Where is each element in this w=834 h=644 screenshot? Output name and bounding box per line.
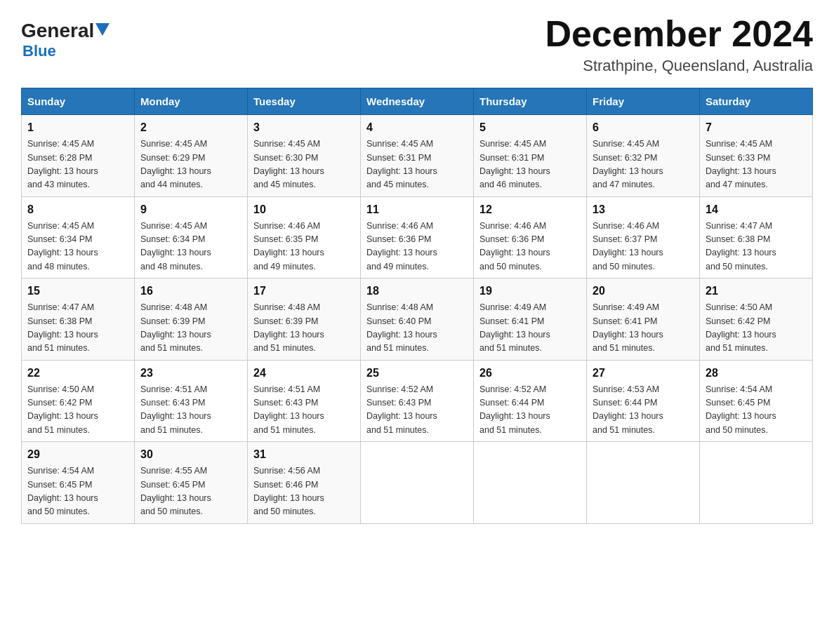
calendar-week-row: 22Sunrise: 4:50 AMSunset: 6:42 PMDayligh… [22, 360, 813, 442]
day-number: 28 [706, 365, 807, 382]
calendar-cell: 6Sunrise: 4:45 AMSunset: 6:32 PMDaylight… [587, 115, 700, 197]
day-number: 10 [253, 201, 355, 218]
day-number: 24 [253, 365, 355, 382]
calendar-week-row: 29Sunrise: 4:54 AMSunset: 6:45 PMDayligh… [22, 442, 813, 524]
day-number: 17 [253, 283, 355, 300]
day-info: Sunrise: 4:45 AMSunset: 6:31 PMDaylight:… [366, 137, 468, 192]
calendar-cell: 11Sunrise: 4:46 AMSunset: 6:36 PMDayligh… [361, 196, 474, 279]
day-number: 22 [27, 365, 128, 382]
day-number: 23 [140, 365, 241, 382]
calendar-cell: 26Sunrise: 4:52 AMSunset: 6:44 PMDayligh… [474, 360, 587, 442]
calendar-cell: 18Sunrise: 4:48 AMSunset: 6:40 PMDayligh… [361, 279, 474, 361]
day-info: Sunrise: 4:50 AMSunset: 6:42 PMDaylight:… [27, 383, 128, 438]
day-number: 2 [140, 119, 241, 136]
calendar-cell: 1Sunrise: 4:45 AMSunset: 6:28 PMDaylight… [22, 115, 135, 197]
day-info: Sunrise: 4:45 AMSunset: 6:32 PMDaylight:… [593, 137, 694, 192]
calendar-cell: 13Sunrise: 4:46 AMSunset: 6:37 PMDayligh… [587, 196, 700, 279]
day-info: Sunrise: 4:52 AMSunset: 6:43 PMDaylight:… [366, 383, 468, 438]
day-info: Sunrise: 4:49 AMSunset: 6:41 PMDaylight:… [479, 301, 581, 356]
day-info: Sunrise: 4:48 AMSunset: 6:40 PMDaylight:… [366, 301, 468, 356]
calendar-cell: 28Sunrise: 4:54 AMSunset: 6:45 PMDayligh… [700, 360, 813, 442]
calendar-cell: 3Sunrise: 4:45 AMSunset: 6:30 PMDaylight… [248, 115, 361, 197]
page-header: General Blue December 2024 Strathpine, Q… [21, 14, 813, 75]
day-info: Sunrise: 4:54 AMSunset: 6:45 PMDaylight:… [27, 464, 128, 519]
logo-general-text: General [21, 21, 94, 41]
day-info: Sunrise: 4:45 AMSunset: 6:29 PMDaylight:… [140, 137, 241, 192]
day-number: 12 [479, 201, 581, 218]
day-number: 11 [366, 201, 468, 218]
day-info: Sunrise: 4:49 AMSunset: 6:41 PMDaylight:… [593, 301, 694, 356]
header-tuesday: Tuesday [248, 88, 361, 115]
day-info: Sunrise: 4:55 AMSunset: 6:45 PMDaylight:… [140, 464, 241, 519]
day-number: 15 [27, 283, 128, 300]
day-number: 25 [366, 365, 468, 382]
calendar-cell: 10Sunrise: 4:46 AMSunset: 6:35 PMDayligh… [248, 196, 361, 279]
day-info: Sunrise: 4:45 AMSunset: 6:28 PMDaylight:… [27, 137, 128, 192]
calendar-cell: 12Sunrise: 4:46 AMSunset: 6:36 PMDayligh… [474, 196, 587, 279]
day-info: Sunrise: 4:45 AMSunset: 6:30 PMDaylight:… [253, 137, 355, 192]
day-info: Sunrise: 4:50 AMSunset: 6:42 PMDaylight:… [706, 301, 807, 356]
day-info: Sunrise: 4:51 AMSunset: 6:43 PMDaylight:… [253, 383, 355, 438]
day-number: 19 [479, 283, 581, 300]
calendar-cell [361, 442, 474, 524]
calendar-cell [700, 442, 813, 524]
day-info: Sunrise: 4:46 AMSunset: 6:36 PMDaylight:… [479, 220, 581, 274]
calendar-cell: 25Sunrise: 4:52 AMSunset: 6:43 PMDayligh… [361, 360, 474, 442]
day-number: 6 [593, 119, 694, 136]
day-number: 21 [706, 283, 807, 300]
day-info: Sunrise: 4:52 AMSunset: 6:44 PMDaylight:… [479, 383, 581, 438]
header-friday: Friday [587, 88, 700, 115]
day-info: Sunrise: 4:48 AMSunset: 6:39 PMDaylight:… [140, 301, 241, 356]
day-number: 16 [140, 283, 241, 300]
day-info: Sunrise: 4:46 AMSunset: 6:37 PMDaylight:… [593, 220, 694, 274]
calendar-cell [474, 442, 587, 524]
day-info: Sunrise: 4:54 AMSunset: 6:45 PMDaylight:… [706, 383, 807, 438]
calendar-cell: 21Sunrise: 4:50 AMSunset: 6:42 PMDayligh… [700, 279, 813, 361]
calendar-cell: 7Sunrise: 4:45 AMSunset: 6:33 PMDaylight… [700, 115, 813, 197]
day-number: 5 [479, 119, 581, 136]
calendar-cell: 16Sunrise: 4:48 AMSunset: 6:39 PMDayligh… [135, 279, 248, 361]
day-number: 26 [479, 365, 581, 382]
calendar-cell: 9Sunrise: 4:45 AMSunset: 6:34 PMDaylight… [135, 196, 248, 279]
calendar-table: SundayMondayTuesdayWednesdayThursdayFrid… [21, 88, 813, 524]
calendar-cell: 8Sunrise: 4:45 AMSunset: 6:34 PMDaylight… [22, 196, 135, 279]
day-number: 18 [366, 283, 468, 300]
month-title: December 2024 [545, 14, 813, 54]
logo: General Blue [21, 21, 111, 60]
day-info: Sunrise: 4:51 AMSunset: 6:43 PMDaylight:… [140, 383, 241, 438]
header-thursday: Thursday [474, 88, 587, 115]
day-info: Sunrise: 4:47 AMSunset: 6:38 PMDaylight:… [27, 301, 128, 356]
title-area: December 2024 Strathpine, Queensland, Au… [545, 14, 813, 75]
calendar-cell [587, 442, 700, 524]
day-info: Sunrise: 4:46 AMSunset: 6:36 PMDaylight:… [366, 220, 468, 274]
day-info: Sunrise: 4:47 AMSunset: 6:38 PMDaylight:… [706, 220, 807, 274]
calendar-cell: 20Sunrise: 4:49 AMSunset: 6:41 PMDayligh… [587, 279, 700, 361]
logo-blue-text: Blue [22, 42, 56, 60]
day-number: 3 [253, 119, 355, 136]
day-number: 14 [706, 201, 807, 218]
header-sunday: Sunday [22, 88, 135, 115]
day-number: 9 [140, 201, 241, 218]
day-info: Sunrise: 4:53 AMSunset: 6:44 PMDaylight:… [593, 383, 694, 438]
calendar-week-row: 15Sunrise: 4:47 AMSunset: 6:38 PMDayligh… [22, 279, 813, 361]
calendar-cell: 24Sunrise: 4:51 AMSunset: 6:43 PMDayligh… [248, 360, 361, 442]
day-info: Sunrise: 4:48 AMSunset: 6:39 PMDaylight:… [253, 301, 355, 356]
day-number: 29 [27, 446, 128, 463]
day-info: Sunrise: 4:45 AMSunset: 6:34 PMDaylight:… [140, 220, 241, 274]
day-info: Sunrise: 4:45 AMSunset: 6:33 PMDaylight:… [706, 137, 807, 192]
calendar-cell: 19Sunrise: 4:49 AMSunset: 6:41 PMDayligh… [474, 279, 587, 361]
calendar-cell: 27Sunrise: 4:53 AMSunset: 6:44 PMDayligh… [587, 360, 700, 442]
day-number: 1 [27, 119, 128, 136]
calendar-cell: 4Sunrise: 4:45 AMSunset: 6:31 PMDaylight… [361, 115, 474, 197]
calendar-cell: 5Sunrise: 4:45 AMSunset: 6:31 PMDaylight… [474, 115, 587, 197]
calendar-cell: 23Sunrise: 4:51 AMSunset: 6:43 PMDayligh… [135, 360, 248, 442]
day-info: Sunrise: 4:46 AMSunset: 6:35 PMDaylight:… [253, 220, 355, 274]
calendar-week-row: 8Sunrise: 4:45 AMSunset: 6:34 PMDaylight… [22, 196, 813, 279]
calendar-week-row: 1Sunrise: 4:45 AMSunset: 6:28 PMDaylight… [22, 115, 813, 197]
calendar-cell: 14Sunrise: 4:47 AMSunset: 6:38 PMDayligh… [700, 196, 813, 279]
day-number: 27 [593, 365, 694, 382]
calendar-cell: 22Sunrise: 4:50 AMSunset: 6:42 PMDayligh… [22, 360, 135, 442]
calendar-cell: 30Sunrise: 4:55 AMSunset: 6:45 PMDayligh… [135, 442, 248, 524]
logo-triangle-icon [95, 23, 110, 36]
header-saturday: Saturday [700, 88, 813, 115]
